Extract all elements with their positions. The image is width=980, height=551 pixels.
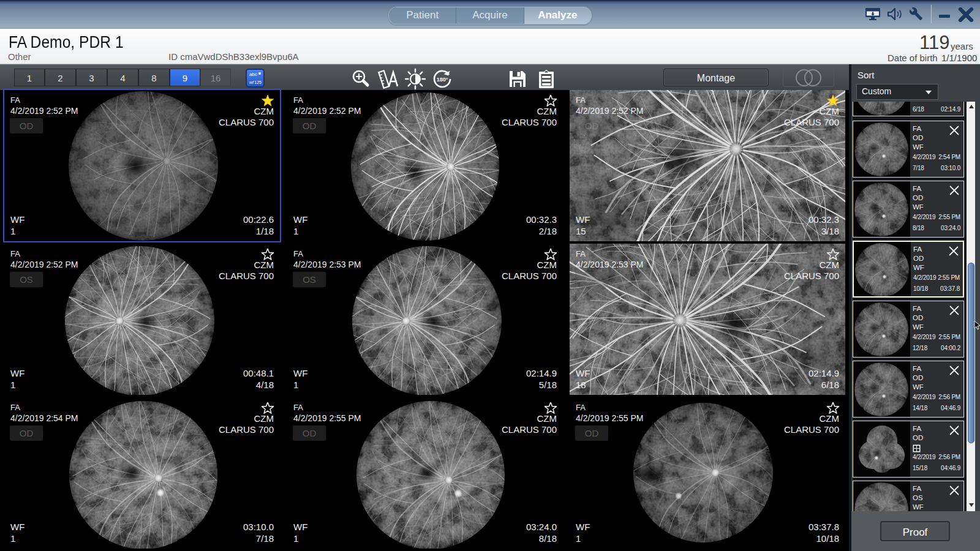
svg-text:180°: 180° <box>437 77 448 83</box>
